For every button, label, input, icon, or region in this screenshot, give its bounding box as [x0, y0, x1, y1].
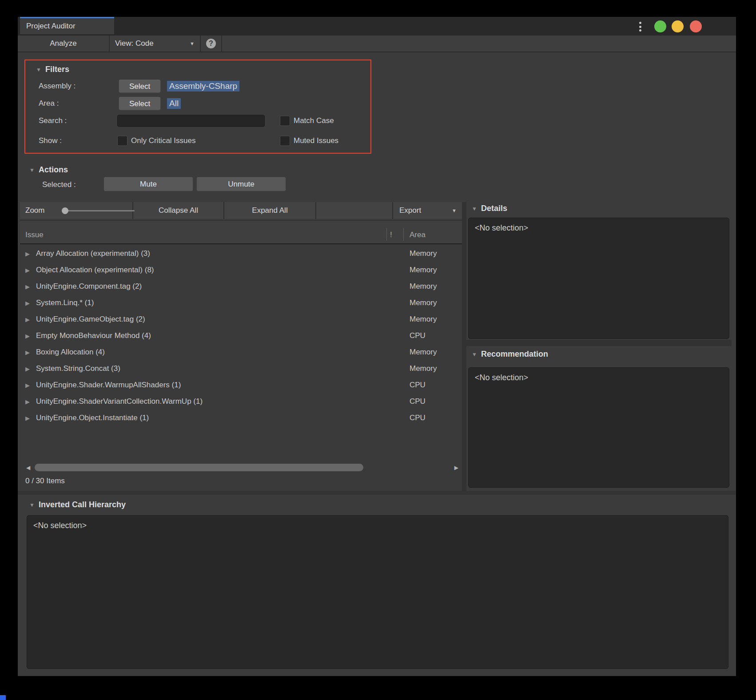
table-rows: Array Allocation (experimental) (3) Memo…	[20, 245, 462, 426]
area-select-button[interactable]: Select	[119, 97, 161, 111]
scroll-left-arrow-icon[interactable]	[26, 465, 30, 471]
details-title: Details	[481, 204, 507, 213]
issue-label: Boxing Allocation (4)	[36, 348, 105, 357]
match-case-checkbox[interactable]	[280, 116, 290, 126]
chevron-down-icon	[190, 41, 195, 46]
call-hierarchy-foldout[interactable]: Inverted Call Hierarchy	[29, 500, 126, 509]
table-row[interactable]: UnityEngine.ShaderVariantCollection.Warm…	[20, 393, 462, 410]
table-row[interactable]: Empty MonoBehaviour Method (4) CPU	[20, 327, 462, 344]
kebab-menu-icon[interactable]	[639, 22, 642, 32]
muted-issues-checkbox[interactable]	[280, 136, 290, 146]
unmute-button[interactable]: Unmute	[196, 177, 286, 191]
table-row[interactable]: UnityEngine.Shader.WarmupAllShaders (1) …	[20, 377, 462, 393]
collapse-all-button[interactable]: Collapse All	[133, 202, 224, 219]
window-controls	[634, 17, 736, 36]
tab-project-auditor[interactable]: Project Auditor	[20, 17, 114, 34]
chevron-down-icon	[452, 208, 457, 213]
screen: { "window": { "title_tab": "Project Audi…	[0, 0, 756, 700]
project-auditor-window: Project Auditor Analyze View: Code Filte…	[18, 17, 736, 676]
assembly-select-button[interactable]: Select	[119, 80, 161, 93]
filters-title: Filters	[45, 65, 69, 74]
area-filter-row: Area : Select All	[25, 96, 372, 111]
muted-issues-label: Muted Issues	[294, 136, 338, 145]
issue-label: Object Allocation (experimental) (8)	[36, 266, 154, 274]
expand-all-button[interactable]: Expand All	[224, 202, 316, 219]
window-light-green[interactable]	[654, 20, 666, 32]
toolbar-blank-segment	[316, 202, 393, 219]
table-row[interactable]: System.String.Concat (3) Memory	[20, 360, 462, 377]
details-text: <No selection>	[475, 223, 528, 232]
assembly-value: Assembly-CSharp	[167, 81, 239, 91]
only-critical-checkbox[interactable]	[117, 136, 127, 146]
table-row[interactable]: Object Allocation (experimental) (8) Mem…	[20, 262, 462, 278]
match-case-label: Match Case	[294, 116, 334, 125]
tab-bar: Project Auditor	[18, 17, 736, 36]
details-foldout[interactable]: Details	[472, 204, 507, 213]
fold-triangle-icon[interactable]	[25, 299, 30, 306]
issue-label: UnityEngine.Object.Instantiate (1)	[36, 414, 149, 422]
issues-table-section: Zoom Collapse All Expand All Export Issu…	[20, 202, 462, 491]
analyze-label: Analyze	[50, 39, 76, 48]
zoom-slider-knob[interactable]	[62, 207, 68, 214]
table-row[interactable]: UnityEngine.Component.tag (2) Memory	[20, 278, 462, 294]
foldout-triangle-icon	[472, 206, 477, 212]
help-button[interactable]	[201, 36, 222, 52]
fold-triangle-icon[interactable]	[25, 250, 30, 257]
assembly-label: Assembly :	[39, 82, 76, 91]
column-divider[interactable]	[386, 228, 387, 241]
recommendation-content: <No selection>	[468, 367, 729, 488]
window-light-red[interactable]	[690, 20, 702, 32]
recommendation-title: Recommendation	[481, 350, 548, 359]
area-value: All	[167, 98, 181, 109]
actions-title: Actions	[39, 165, 68, 175]
assembly-filter-row: Assembly : Select Assembly-CSharp	[25, 79, 372, 93]
zoom-slider-track[interactable]	[63, 210, 135, 211]
fold-triangle-icon[interactable]	[25, 414, 30, 421]
actions-foldout[interactable]: Actions	[29, 165, 68, 175]
issue-label: UnityEngine.Shader.WarmupAllShaders (1)	[36, 381, 181, 390]
column-header-severity[interactable]: !	[390, 231, 392, 239]
issue-label: UnityEngine.Component.tag (2)	[36, 282, 142, 291]
issue-label: UnityEngine.GameObject.tag (2)	[36, 315, 145, 324]
zoom-control: Zoom	[20, 202, 133, 219]
call-hierarchy-text: <No selection>	[33, 521, 87, 530]
window-light-yellow[interactable]	[672, 20, 684, 32]
area-value: Memory	[410, 298, 437, 307]
area-value: CPU	[410, 381, 426, 390]
fold-triangle-icon[interactable]	[25, 349, 30, 355]
analyze-button[interactable]: Analyze	[18, 36, 110, 52]
table-row[interactable]: Array Allocation (experimental) (3) Memo…	[20, 245, 462, 262]
issue-label: System.Linq.* (1)	[36, 298, 94, 307]
table-row[interactable]: Boxing Allocation (4) Memory	[20, 344, 462, 360]
fold-triangle-icon[interactable]	[25, 365, 30, 372]
table-row[interactable]: UnityEngine.GameObject.tag (2) Memory	[20, 311, 462, 327]
search-input[interactable]	[117, 115, 265, 127]
mute-button[interactable]: Mute	[103, 177, 193, 191]
desktop-fragment	[0, 695, 6, 700]
details-content: <No selection>	[468, 218, 729, 339]
fold-triangle-icon[interactable]	[25, 283, 30, 290]
table-row[interactable]: System.Linq.* (1) Memory	[20, 294, 462, 311]
view-dropdown[interactable]: View: Code	[110, 36, 201, 52]
area-value: Memory	[410, 266, 437, 274]
area-value: Memory	[410, 282, 437, 291]
scroll-right-arrow-icon[interactable]	[454, 465, 458, 471]
column-divider[interactable]	[403, 228, 404, 241]
table-row[interactable]: UnityEngine.Object.Instantiate (1) CPU	[20, 410, 462, 426]
fold-triangle-icon[interactable]	[25, 332, 30, 339]
recommendation-foldout[interactable]: Recommendation	[472, 350, 548, 359]
fold-triangle-icon[interactable]	[25, 398, 30, 405]
export-dropdown[interactable]: Export	[393, 202, 462, 219]
scrollbar-thumb[interactable]	[35, 464, 363, 471]
column-header-issue[interactable]: Issue	[25, 231, 44, 239]
fold-triangle-icon[interactable]	[25, 316, 30, 322]
fold-triangle-icon[interactable]	[25, 382, 30, 388]
zoom-label: Zoom	[25, 206, 44, 215]
column-header-area[interactable]: Area	[410, 231, 426, 239]
fold-triangle-icon[interactable]	[25, 266, 30, 273]
issue-label: Empty MonoBehaviour Method (4)	[36, 331, 151, 340]
panel-divider[interactable]	[462, 202, 466, 491]
only-critical-label: Only Critical Issues	[131, 136, 195, 145]
filters-foldout[interactable]: Filters	[36, 65, 69, 74]
section-separator	[18, 491, 736, 495]
